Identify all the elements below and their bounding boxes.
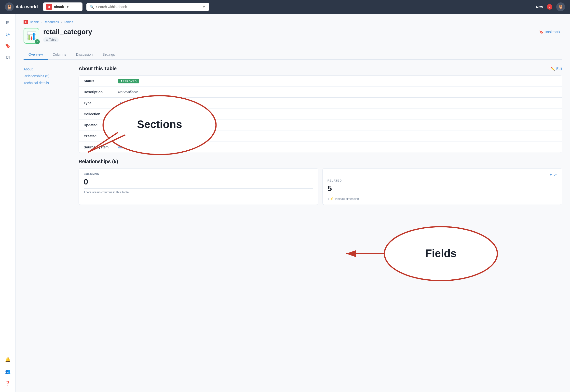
updated-label: Updated [84,123,118,127]
expand-related-icon[interactable]: ⤢ [554,172,557,177]
type-value[interactable]: Table [118,101,126,105]
info-row-status: Status APPROVED [79,76,562,87]
entity-type-label: Table [49,38,56,42]
related-card: + ⤢ RELATED 5 1 ⚡ Tableau dimension [322,168,562,205]
status-label: Status [84,79,118,83]
sidebar-item-bookmark[interactable]: 🔖 [3,41,13,51]
search-icon: 🔍 [90,5,94,9]
breadcrumb-sep-2: › [61,20,62,24]
org-selector[interactable]: 8 8bank ▾ [43,2,83,11]
sidebar-item-users[interactable]: 👥 [3,366,13,376]
info-row-updated: Updated 1 minute ago [79,120,562,131]
updated-value: 1 minute ago [118,123,138,127]
page-header: 📊 ✓ retail_category ⊞ Table 🔖 Bookmark [24,28,562,44]
bookmark-icon: 🔖 [539,30,543,34]
tab-discussion[interactable]: Discussion [71,50,98,60]
breadcrumb-tables[interactable]: Tables [64,20,73,24]
org-icon: 8 [46,4,52,10]
entity-title-area: retail_category ⊞ Table [43,28,537,42]
notif-count: 2 [549,5,550,8]
entity-title: retail_category [43,28,537,36]
bookmark-button[interactable]: 🔖 Bookmark [537,28,562,36]
topnav-right: + New 2 🦉 [533,2,565,11]
status-badge: APPROVED [118,79,139,84]
type-label: Type [84,101,118,105]
about-section-header: About this Table ✏️ Edit [79,66,562,71]
collection-value[interactable]: tableau-test [118,112,136,116]
entity-type-badge: ⊞ Table [43,37,59,42]
new-button[interactable]: + New [533,5,543,9]
sidebar: ⊞ ◎ 🔖 ☑ 🔔 👥 ❓ [0,14,16,392]
section-link-technical[interactable]: Technical details [24,80,73,86]
source-value[interactable]: data.world [118,145,134,149]
tab-settings[interactable]: Settings [97,50,120,60]
status-value: APPROVED [118,79,139,83]
description-label: Description [84,90,118,94]
content-layout: About Relationships (5) Technical detail… [24,60,562,205]
table-badge-icon: ⊞ [46,38,48,42]
sections-panel: About Relationships (5) Technical detail… [24,66,73,205]
user-avatar[interactable]: 🦉 [556,2,565,11]
main-content: 8 8bank › Resources › Tables 📊 ✓ retail_… [16,14,570,392]
org-name: 8bank [54,5,64,9]
app-name: data.world [16,4,38,10]
sidebar-item-grid[interactable]: ⊞ [3,18,13,28]
source-label: Source System [84,145,118,149]
logo-owl-icon: 🦉 [5,2,14,11]
columns-card-label: COLUMNS [84,172,313,175]
logo: 🦉 data.world [5,2,39,11]
info-row-type: Type Table [79,98,562,109]
related-card-sub: 1 ⚡ Tableau dimension [327,195,557,201]
columns-card-count: 0 [84,177,313,186]
relationships-title: Relationships (5) [79,159,562,164]
related-card-label: RELATED [327,179,557,182]
notification-badge[interactable]: 2 [547,4,552,10]
relationships-cards: COLUMNS 0 There are no columns in this T… [79,168,562,205]
about-card: Status APPROVED Description Not availabl… [79,75,562,153]
breadcrumb-org-icon: 8 [24,20,28,24]
entity-icon: 📊 ✓ [24,28,39,44]
content-panel: About this Table ✏️ Edit Status APPROVED [79,66,562,205]
chevron-down-icon: ▾ [67,5,69,9]
verified-badge: ✓ [35,39,40,44]
add-related-icon[interactable]: + [550,172,552,177]
filter-icon[interactable]: ⛛ [202,5,206,9]
breadcrumb-sep-1: › [41,20,42,24]
new-label: + New [533,5,543,9]
info-row-source: Source System data.world [79,142,562,153]
breadcrumb: 8 8bank › Resources › Tables [24,20,562,24]
info-group-source: Source System data.world [79,142,562,153]
breadcrumb-org[interactable]: 8bank [30,20,39,24]
info-group-status: Status APPROVED Description Not availabl… [79,76,562,98]
topnav: 🦉 data.world 8 8bank ▾ 🔍 ⛛ + New 2 🦉 [0,0,570,14]
related-card-count: 5 [327,184,557,193]
sidebar-item-compass[interactable]: ◎ [3,29,13,39]
created-label: Created [84,134,118,138]
edit-icon: ✏️ [551,67,555,71]
related-card-actions: + ⤢ [327,172,557,177]
section-link-relationships[interactable]: Relationships (5) [24,73,73,80]
search-bar[interactable]: 🔍 ⛛ [87,3,209,11]
sidebar-item-tasks[interactable]: ☑ [3,53,13,63]
breadcrumb-resources[interactable]: Resources [44,20,59,24]
info-row-collection: Collection tableau-test [79,109,562,120]
tab-columns[interactable]: Columns [48,50,71,60]
bookmark-label: Bookmark [545,30,560,34]
info-row-created: Created 3 years ago [79,131,562,141]
section-link-about[interactable]: About [24,66,73,73]
info-row-description: Description Not available [79,87,562,98]
table-icon: 📊 [27,31,36,41]
sidebar-item-bell[interactable]: 🔔 [3,355,13,364]
edit-button[interactable]: ✏️ Edit [551,67,562,71]
created-value: 3 years ago [118,134,136,138]
tab-overview[interactable]: Overview [24,50,48,60]
columns-card-sub: There are no columns in this Table. [84,188,313,194]
tabs: Overview Columns Discussion Settings [24,50,562,60]
description-value: Not available [118,90,138,94]
edit-label: Edit [556,67,562,71]
about-title: About this Table [79,66,117,71]
info-group-type: Type Table Collection tableau-test Updat… [79,98,562,142]
collection-label: Collection [84,112,118,116]
search-input[interactable] [96,5,200,9]
sidebar-item-help[interactable]: ❓ [3,378,13,388]
